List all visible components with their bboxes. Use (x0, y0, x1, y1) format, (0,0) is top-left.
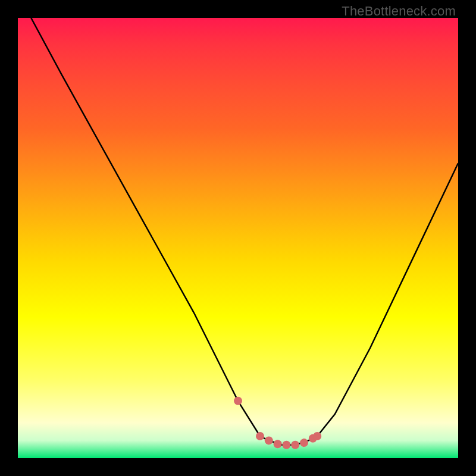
plot-area (18, 18, 458, 458)
chart-container: TheBottleneck.com (0, 0, 476, 476)
watermark-text: TheBottleneck.com (342, 4, 456, 19)
